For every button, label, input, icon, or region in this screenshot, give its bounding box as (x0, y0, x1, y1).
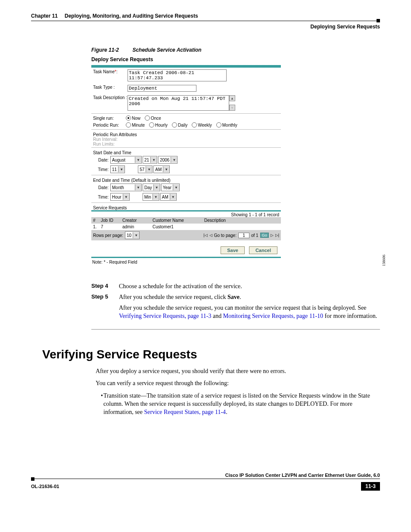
end-month-select[interactable]: Month▼ (110, 184, 142, 191)
running-section: Deploying Service Requests (31, 24, 380, 30)
radio-monthly[interactable] (216, 122, 221, 128)
dropdown-icon: ▼ (146, 166, 152, 172)
radio-daily[interactable] (172, 122, 177, 128)
end-date-heading: End Date and Time (Default is unlimited) (91, 176, 281, 183)
radio-weekly[interactable] (192, 122, 197, 128)
step-paragraph: After you schedule the service request, … (119, 304, 380, 320)
footer-guide-title: Cisco IP Solution Center L2VPN and Carri… (31, 473, 380, 478)
header-rule (31, 21, 380, 21)
divider (91, 175, 281, 175)
prev-page-icon[interactable]: ◁ (209, 233, 212, 237)
radio-hourly[interactable] (149, 122, 154, 128)
step-text: Choose a schedule for the activation of … (119, 283, 380, 291)
rows-per-page-select[interactable]: 10▼ (125, 231, 140, 239)
dropdown-icon: ▼ (135, 157, 141, 163)
start-time-label: Time: (93, 167, 110, 172)
divider (91, 202, 281, 203)
section-heading: Verifying Service Requests (42, 348, 380, 361)
task-description-label: Task Description : (93, 95, 128, 100)
start-date-label: Date: (93, 158, 110, 162)
start-day-select[interactable]: 21▼ (143, 156, 157, 164)
periodic-run-label: Periodic Run: (93, 123, 124, 128)
step-text: After you schedule the service request, … (119, 293, 380, 302)
table-header: # Job ID Creator Customer Name Descripti… (91, 217, 281, 224)
start-month-select[interactable]: August▼ (110, 156, 142, 164)
dropdown-icon: ▼ (118, 166, 125, 172)
page-number: 11-3 (361, 482, 380, 491)
col-description: Description (204, 218, 279, 223)
col-creator: Creator (122, 218, 153, 223)
link-verifying-sr[interactable]: Verifying Service Requests, page 11-3 (119, 313, 211, 319)
last-page-icon[interactable]: ▷| (275, 233, 279, 237)
table-row: 1. 7 admin Customer1 (91, 224, 281, 230)
run-limits-label: Run Limits: (91, 142, 281, 146)
figure-title: Schedule Service Activation (132, 47, 201, 53)
end-year-select[interactable]: Year▼ (161, 184, 180, 191)
radio-once[interactable] (145, 115, 150, 121)
link-sr-states[interactable]: Service Request States, page 11-4 (144, 409, 226, 415)
footer-rule (31, 479, 380, 483)
dropdown-icon: ▼ (135, 184, 141, 190)
dropdown-icon: ▼ (153, 184, 160, 190)
goto-page-field[interactable]: 1 (238, 233, 249, 238)
dropdown-icon: ▼ (173, 184, 179, 190)
dropdown-icon: ▼ (150, 157, 157, 163)
end-day-select[interactable]: Day▼ (143, 184, 160, 191)
deploy-service-requests-panel: Deploy Service Requests Task Name*: Task… (91, 56, 281, 266)
col-job-id: Job ID (101, 218, 122, 223)
scroll-down-icon[interactable]: ▼ (229, 105, 235, 111)
divider (91, 113, 281, 114)
service-requests-heading: Service Requests (91, 204, 281, 210)
figure-number: Figure 11-2 (91, 47, 119, 53)
end-time-label: Time: (93, 195, 110, 199)
cancel-button[interactable]: Cancel (249, 246, 277, 254)
task-type-field[interactable]: Deployment (128, 85, 196, 92)
footer-docnum: OL-21636-01 (31, 484, 59, 489)
rows-per-page-label: Rows per page: (93, 233, 123, 238)
dropdown-icon: ▼ (171, 157, 177, 163)
goto-page-label: Go to page: (214, 233, 237, 238)
figure-id: 138606 (382, 255, 386, 266)
end-min-select[interactable]: Min▼ (143, 193, 159, 201)
bullet-item: • Transition state—The transition state … (101, 392, 380, 417)
footer-square-icon (31, 477, 34, 481)
step-label: Step 5 (91, 293, 119, 302)
scroll-up-icon[interactable]: ▲ (229, 95, 235, 101)
end-hour-select[interactable]: Hour▼ (110, 193, 130, 201)
start-min-select[interactable]: 57▼ (138, 165, 153, 173)
end-ampm-select[interactable]: AM▼ (160, 193, 177, 201)
start-date-heading: Start Date and Time (91, 149, 281, 155)
chapter-title: Deploying, Monitoring, and Auditing Serv… (65, 13, 198, 19)
radio-minute[interactable] (126, 122, 131, 128)
task-description-field[interactable]: Created on Mon Aug 21 11:57:47 PDT 2006 (128, 95, 229, 111)
col-customer-name: Customer Name (153, 218, 204, 223)
header-square-icon (377, 19, 380, 22)
dropdown-icon: ▼ (163, 166, 169, 172)
step-label: Step 4 (91, 283, 119, 291)
col-hash: # (93, 218, 101, 223)
task-type-label: Task Type : (93, 85, 128, 90)
running-header: Chapter 11 Deploying, Monitoring, and Au… (31, 13, 380, 19)
pager: Rows per page: 10▼ |◁ ◁ Go to page: 1 of… (91, 230, 281, 240)
start-year-select[interactable]: 2006▼ (158, 156, 177, 164)
task-name-label: Task Name*: (93, 69, 128, 74)
single-run-label: Single run: (93, 116, 124, 121)
start-hour-select[interactable]: 11▼ (110, 165, 125, 173)
divider (91, 129, 281, 130)
required-field-note: Note: * - Required Field (91, 258, 281, 266)
dropdown-icon: ▼ (123, 194, 129, 200)
next-page-icon[interactable]: ▷ (271, 233, 274, 237)
radio-now[interactable] (126, 115, 131, 121)
dropdown-icon: ▼ (170, 194, 176, 200)
paragraph: You can verify a service request through… (96, 380, 380, 388)
first-page-icon[interactable]: |◁ (203, 233, 207, 237)
task-name-field[interactable]: Task Created 2006-08-21 11:57:47.233 (128, 69, 227, 81)
dropdown-icon: ▼ (153, 194, 159, 200)
divider (91, 147, 281, 148)
save-button[interactable]: Save (221, 246, 245, 254)
chapter-number: Chapter 11 (31, 13, 58, 19)
go-button[interactable]: Go (260, 233, 269, 238)
start-ampm-select[interactable]: AM▼ (153, 165, 170, 173)
of-count: of 1 (251, 233, 258, 238)
link-monitoring-sr[interactable]: Monitoring Service Requests, page 11-10 (223, 313, 323, 319)
